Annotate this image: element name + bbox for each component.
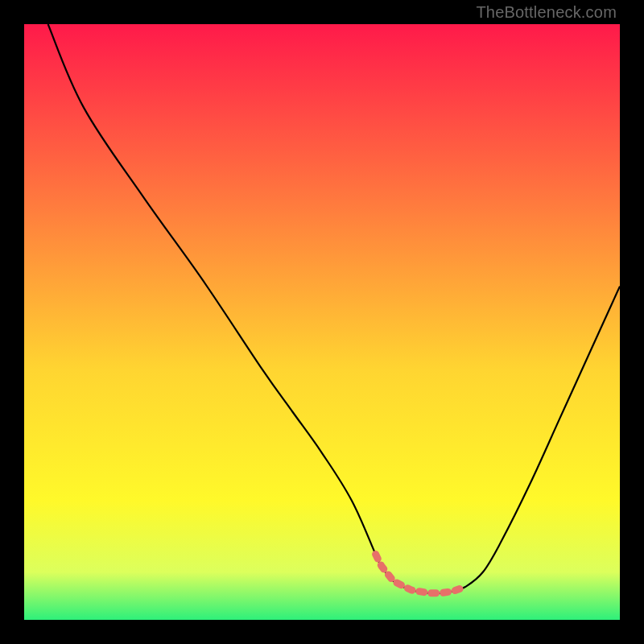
curve-layer bbox=[24, 24, 620, 620]
bottleneck-chart: TheBottleneck.com bbox=[0, 0, 644, 644]
optimal-range-marker bbox=[376, 555, 465, 593]
frame-left bbox=[0, 0, 24, 644]
frame-bottom bbox=[0, 620, 644, 644]
watermark-text: TheBottleneck.com bbox=[476, 3, 617, 22]
bottleneck-curve bbox=[48, 24, 620, 593]
frame-right bbox=[620, 0, 644, 644]
plot-area bbox=[24, 24, 620, 620]
